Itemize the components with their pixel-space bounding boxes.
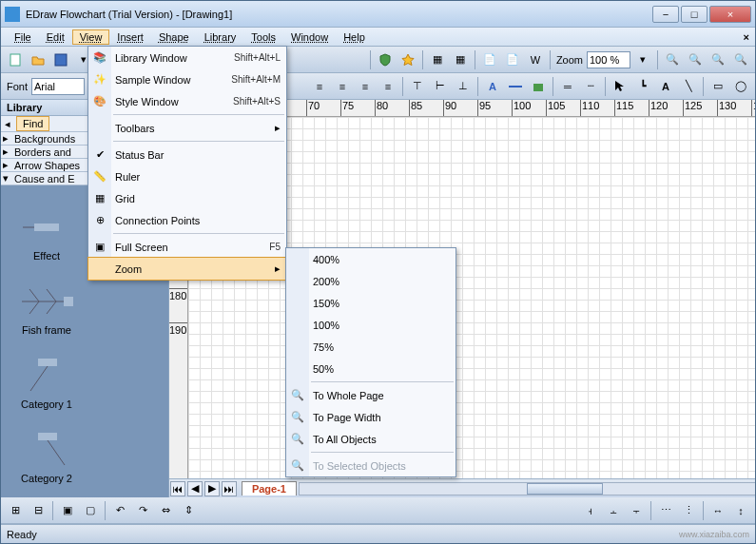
- zoom-out-icon[interactable]: 🔍: [685, 49, 706, 70]
- find-button[interactable]: Find: [16, 116, 49, 131]
- ungroup-button[interactable]: ⊟: [28, 500, 48, 521]
- shape-primary-cause-r[interactable]: Primary cause: [1, 486, 92, 497]
- menu-tools[interactable]: Tools: [243, 29, 283, 45]
- zoom-item-50-[interactable]: 50%: [286, 358, 456, 379]
- zoom-in-icon[interactable]: 🔍: [662, 49, 683, 70]
- line-style-button[interactable]: ┄: [580, 76, 601, 97]
- group-button[interactable]: ⊞: [5, 500, 26, 521]
- mdi-close-button[interactable]: ×: [744, 31, 749, 43]
- align-c-button[interactable]: ⫠: [603, 500, 624, 521]
- line-weight-button[interactable]: ═: [557, 76, 578, 97]
- zoom-dd[interactable]: ▾: [632, 49, 653, 70]
- align-center-button[interactable]: ≡: [332, 76, 353, 97]
- font-input[interactable]: [31, 78, 85, 95]
- page-next-button[interactable]: ▶: [204, 481, 220, 496]
- view-item-library-window[interactable]: 📚Library WindowShift+Alt+L: [88, 47, 286, 68]
- expand-icon[interactable]: ◂: [1, 118, 14, 130]
- horizontal-scrollbar[interactable]: [299, 482, 755, 495]
- view-item-sample-window[interactable]: ✨Sample WindowShift+Alt+M: [88, 68, 286, 90]
- valign-bot-button[interactable]: ⊥: [453, 76, 474, 97]
- zoom-item-to-all-objects[interactable]: 🔍To All Objects: [286, 428, 456, 450]
- same-w-button[interactable]: ↔: [708, 500, 728, 521]
- view-item-grid[interactable]: ▦Grid: [88, 187, 286, 209]
- menu-file[interactable]: File: [7, 29, 39, 45]
- align-right-button[interactable]: ≡: [355, 76, 376, 97]
- zoom-item-400-[interactable]: 400%: [286, 248, 456, 270]
- page-first-button[interactable]: ⏮: [170, 481, 185, 496]
- front-button[interactable]: ▣: [57, 500, 78, 521]
- font-color-button[interactable]: A: [482, 76, 503, 97]
- shape-effect[interactable]: Effect: [1, 189, 92, 263]
- grid-icon: ▦: [92, 191, 107, 206]
- svg-line-11: [47, 301, 56, 314]
- new-button[interactable]: [5, 49, 26, 70]
- grid-btn-1[interactable]: ▦: [427, 49, 448, 70]
- dist-v-button[interactable]: ⋮: [678, 500, 699, 521]
- doc-w-button[interactable]: W: [525, 49, 546, 70]
- valign-mid-button[interactable]: ⊢: [430, 76, 451, 97]
- align-r-button[interactable]: ⫟: [626, 500, 647, 521]
- menu-edit[interactable]: Edit: [39, 29, 72, 45]
- zoom-label: Zoom: [554, 54, 585, 66]
- menu-insert[interactable]: Insert: [109, 29, 151, 45]
- menu-window[interactable]: Window: [283, 29, 336, 45]
- view-item-ruler[interactable]: 📏Ruler: [88, 165, 286, 187]
- zoom-item-to-page-width[interactable]: 🔍To Page Width: [286, 406, 456, 428]
- zoom-item-150-[interactable]: 150%: [286, 292, 456, 314]
- zoom-input[interactable]: [587, 51, 630, 68]
- align-l-button[interactable]: ⫞: [580, 500, 601, 521]
- connector-tool[interactable]: ┗: [632, 76, 653, 97]
- flip-v-button[interactable]: ⇕: [178, 500, 199, 521]
- pointer-tool[interactable]: [610, 76, 630, 97]
- open-button[interactable]: [28, 49, 48, 70]
- view-item-toolbars[interactable]: Toolbars▸: [88, 117, 286, 139]
- view-item-full-screen[interactable]: ▣Full ScreenF5: [88, 236, 286, 258]
- rotate-r-button[interactable]: ↷: [132, 500, 153, 521]
- dist-h-button[interactable]: ⋯: [655, 500, 676, 521]
- line-color-button[interactable]: [505, 76, 526, 97]
- menu-library[interactable]: Library: [197, 29, 244, 45]
- view-item-status-bar[interactable]: ✔Status Bar: [88, 144, 286, 165]
- shape-category-1[interactable]: Category 1: [1, 338, 92, 412]
- shape-fish-frame[interactable]: Fish frame: [1, 263, 92, 338]
- back-button[interactable]: ▢: [80, 500, 101, 521]
- align-just-button[interactable]: ≡: [378, 76, 398, 97]
- zoom-item-to-whole-page[interactable]: 🔍To Whole Page: [286, 384, 456, 406]
- rect-tool[interactable]: ▭: [708, 76, 728, 97]
- zoom-item-100-[interactable]: 100%: [286, 314, 456, 336]
- magnifier-icon: 🔍: [290, 410, 305, 425]
- doc-b-button[interactable]: 📄: [502, 49, 523, 70]
- shape-category-2[interactable]: Category 2: [1, 412, 92, 486]
- line-tool[interactable]: ╲: [678, 76, 699, 97]
- zoom-item-75-[interactable]: 75%: [286, 336, 456, 358]
- text-tool[interactable]: A: [655, 76, 676, 97]
- shield-icon[interactable]: [375, 49, 396, 70]
- rotate-l-button[interactable]: ↶: [109, 500, 130, 521]
- svg-rect-5: [34, 223, 59, 231]
- flip-h-button[interactable]: ⇔: [155, 500, 176, 521]
- view-item-connection-points[interactable]: ⊕Connection Points: [88, 209, 286, 231]
- zoom-sel-icon[interactable]: 🔍: [730, 49, 751, 70]
- zoom-fit-icon[interactable]: 🔍: [708, 49, 728, 70]
- doc-a-button[interactable]: 📄: [479, 49, 500, 70]
- align-left-button[interactable]: ≡: [309, 76, 330, 97]
- minimize-button[interactable]: −: [652, 6, 679, 23]
- fill-color-button[interactable]: [528, 76, 549, 97]
- zoom-item-200-[interactable]: 200%: [286, 270, 456, 292]
- valign-top-button[interactable]: ⊤: [407, 76, 428, 97]
- page-prev-button[interactable]: ◀: [187, 481, 203, 496]
- menu-shape[interactable]: Shape: [151, 29, 197, 45]
- menu-help[interactable]: Help: [336, 29, 373, 45]
- close-button[interactable]: ×: [709, 6, 751, 23]
- grid-btn-2[interactable]: ▦: [450, 49, 471, 70]
- save-button[interactable]: [50, 49, 71, 70]
- ellipse-tool[interactable]: ◯: [730, 76, 751, 97]
- page-last-button[interactable]: ⏭: [222, 481, 237, 496]
- star-icon[interactable]: [397, 49, 418, 70]
- view-item-style-window[interactable]: 🎨Style WindowShift+Alt+S: [88, 90, 286, 112]
- menu-view[interactable]: View: [72, 29, 110, 45]
- view-item-zoom[interactable]: Zoom▸: [87, 257, 287, 281]
- page-tab-1[interactable]: Page-1: [242, 481, 297, 495]
- maximize-button[interactable]: □: [681, 6, 708, 23]
- same-h-button[interactable]: ↕: [730, 500, 751, 521]
